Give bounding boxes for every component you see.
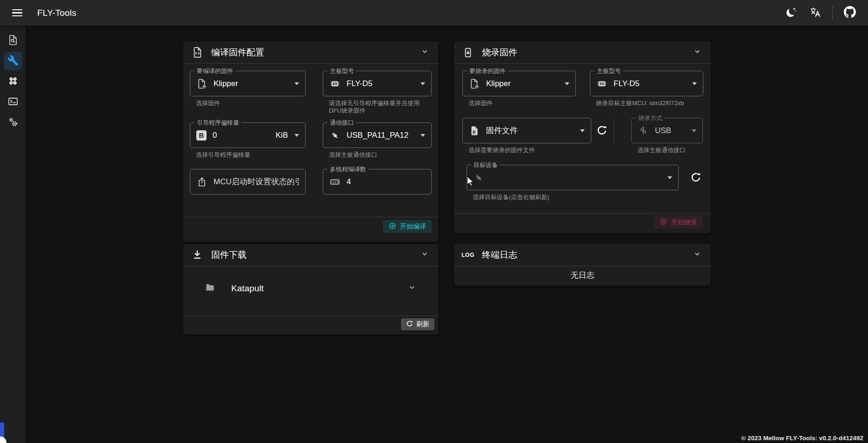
download-icon [191, 249, 204, 261]
crossed-bandage-icon [7, 75, 19, 88]
refresh-download-list-button[interactable]: 刷新 [401, 318, 434, 330]
github-button[interactable] [840, 3, 860, 23]
flash-file-select[interactable]: 固件文件 [462, 118, 591, 143]
file-binary-icon [469, 125, 480, 136]
compile-status-pin-input[interactable]: MCU启动时设置状态的引脚 [190, 169, 306, 195]
counter-icon: 123 [329, 176, 341, 188]
log-card-title: 终端日志 [482, 249, 517, 261]
start-flash-button[interactable]: 开始烧录 [654, 216, 703, 228]
download-card-title: 固件下载 [211, 249, 247, 261]
chevron-down-icon [421, 82, 425, 85]
refresh-icon [406, 320, 413, 329]
footer-version-text: © 2023 Mellow FLY-Tools: v0.2.0-d412492 [741, 435, 863, 442]
chevron-down-icon [421, 47, 429, 57]
settings-icon [7, 116, 19, 129]
file-cog-icon [469, 78, 480, 89]
chevron-down-icon [421, 134, 425, 137]
chevron-down-icon [565, 82, 569, 85]
flash-board-group: 主板型号 FLY-D5 [590, 71, 703, 107]
github-icon [844, 6, 856, 20]
sidebar-item-flash[interactable] [4, 72, 22, 91]
helper-text: 选择固件 [468, 100, 576, 107]
app-title: FLY-Tools [37, 8, 76, 18]
flash-file-group: 固件文件 选择需要烧录的固件文件 [462, 118, 591, 154]
topbar-divider [832, 7, 833, 19]
alpha-b-box-icon: B [196, 130, 207, 141]
refresh-file-list-button[interactable] [595, 124, 609, 138]
sidebar-item-firmware-search[interactable] [4, 31, 22, 50]
chevron-down-icon [692, 129, 696, 132]
board-download-icon [461, 47, 474, 58]
app-bar: FLY-Tools [0, 0, 868, 26]
compile-board-select[interactable]: 主板型号 FLY-D5 [323, 71, 432, 96]
sidebar [0, 26, 26, 443]
compile-firmware-select[interactable]: 要编译的固件 Klipper [190, 71, 306, 96]
compile-offset-group: 引导程序偏移量 B 0 KiB 选择引导程序偏移量 [190, 122, 306, 159]
compile-status-pin-group: MCU启动时设置状态的引脚 [190, 169, 306, 195]
unit-suffix: KiB [276, 131, 288, 140]
flash-card-title: 烧录固件 [482, 47, 517, 59]
usb-icon [638, 125, 649, 136]
compile-card-title: 编译固件配置 [211, 47, 264, 59]
folder-icon [205, 282, 215, 295]
wrench-icon [7, 55, 19, 67]
export-icon [196, 176, 207, 188]
terminal-icon [7, 96, 19, 108]
refresh-device-list-button[interactable] [689, 171, 703, 185]
log-card-collapse-button[interactable] [691, 248, 703, 262]
flash-device-select[interactable]: 目标设备 [467, 165, 679, 190]
chevron-down-icon [408, 283, 416, 293]
flash-card-collapse-button[interactable] [691, 46, 703, 59]
compile-threads-input[interactable]: 多线程编译数 123 4 [323, 169, 432, 195]
refresh-icon [690, 172, 701, 184]
arrow-right-circle-icon [660, 218, 668, 227]
chevron-down-icon [580, 129, 585, 132]
dark-mode-button[interactable] [781, 3, 801, 23]
compile-interface-group: 通信接口 USB_PA11_PA12 [323, 122, 432, 159]
download-card-header: 固件下载 [183, 244, 438, 266]
chip-icon [596, 78, 608, 89]
flash-firmware-select[interactable]: 要烧录的固件 Klipper [462, 71, 576, 96]
flash-card-header: 烧录固件 [454, 41, 711, 64]
download-card-collapse-button[interactable] [419, 248, 431, 262]
helper-text: 请选择无引导程序偏移量并且使用DFU烧录固件 [329, 100, 432, 114]
arrow-right-circle-icon [388, 222, 396, 231]
chip-icon [329, 78, 341, 89]
chevron-down-icon [668, 176, 672, 179]
plug-icon [329, 130, 341, 141]
compile-card-header: 编译固件配置 [183, 41, 438, 64]
helper-text: 选择需要烧录的固件文件 [468, 147, 591, 154]
sidebar-item-settings[interactable] [4, 113, 22, 132]
menu-button[interactable] [8, 5, 26, 21]
helper-text: 选择固件 [196, 100, 306, 107]
dark-mode-icon [785, 7, 797, 20]
mouse-cursor [466, 176, 475, 188]
compile-board-group: 主板型号 FLY-D5 [323, 71, 432, 114]
compile-firmware-group: 要编译的固件 Klipper [190, 71, 306, 114]
sidebar-item-terminal[interactable] [4, 93, 22, 111]
main-content: 编译固件配置 要编译的固件 [26, 26, 868, 443]
helper-text: 选择目标设备(点击右侧刷新) [473, 194, 679, 201]
compile-threads-group: 多线程编译数 123 4 [323, 169, 432, 195]
vertical-divider [614, 118, 614, 143]
expand-katapult-button[interactable] [408, 283, 416, 293]
flash-method-group: 烧录方式 USB [631, 118, 703, 154]
flash-firmware-group: 要烧录的固件 Klipper [462, 71, 576, 107]
flash-method-select[interactable]: 烧录方式 USB [631, 118, 703, 143]
translate-button[interactable] [805, 3, 825, 23]
file-code-icon [191, 47, 204, 58]
start-compile-button[interactable]: 开始编译 [383, 220, 432, 233]
chevron-down-icon [294, 134, 299, 137]
file-search-icon [7, 34, 19, 47]
sidebar-item-compile-tools[interactable] [4, 52, 22, 70]
flash-board-select[interactable]: 主板型号 FLY-D5 [590, 71, 703, 96]
svg-text:123: 123 [332, 180, 339, 184]
helper-text: 选择主板通信接口 [329, 151, 432, 159]
flash-device-group: 目标设备 [467, 165, 679, 201]
download-card: 固件下载 Katapult [183, 244, 438, 335]
compile-offset-select[interactable]: 引导程序偏移量 B 0 KiB [190, 122, 306, 148]
download-item-katapult[interactable]: Katapult [190, 276, 432, 301]
log-empty-text: 无日志 [454, 266, 711, 286]
compile-interface-select[interactable]: 通信接口 USB_PA11_PA12 [323, 122, 432, 148]
compile-card-collapse-button[interactable] [419, 46, 431, 59]
